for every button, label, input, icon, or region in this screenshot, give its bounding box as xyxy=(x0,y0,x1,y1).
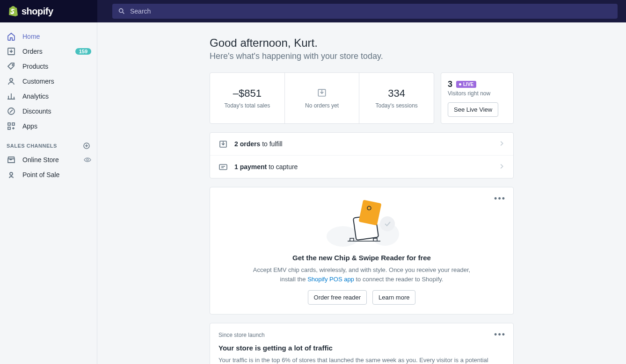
sales-channels-header: SALES CHANNELS xyxy=(0,134,97,152)
orders-badge: 159 xyxy=(75,48,91,55)
orders-icon xyxy=(7,47,16,56)
svg-point-0 xyxy=(119,9,123,13)
apps-icon xyxy=(7,121,16,131)
sidebar-label: Apps xyxy=(22,122,91,130)
live-label: Visitors right now xyxy=(448,90,507,97)
search-area xyxy=(97,0,626,22)
logo-area[interactable]: shopify xyxy=(0,0,97,22)
promo-title: Get the new Chip & Swipe Reader for free xyxy=(219,254,504,262)
task-text: 2 orders to fulfill xyxy=(234,140,492,148)
sidebar-item-analytics[interactable]: Analytics xyxy=(0,89,97,104)
sidebar-label: Analytics xyxy=(22,93,91,100)
svg-rect-14 xyxy=(219,164,227,170)
promo-illustration xyxy=(219,197,504,248)
stats-card: –$851 Today's total sales No orders yet … xyxy=(210,72,434,124)
sidebar-item-products[interactable]: Products xyxy=(0,59,97,74)
brand-text: shopify xyxy=(22,6,53,17)
payment-icon xyxy=(218,162,228,171)
stat-label: Today's total sales xyxy=(224,102,270,109)
more-menu-icon[interactable]: ••• xyxy=(494,330,506,340)
task-card: 2 orders to fulfill 1 payment to capture xyxy=(210,132,514,178)
stat-sales[interactable]: –$851 Today's total sales xyxy=(210,73,285,123)
pos-icon xyxy=(7,170,16,179)
sidebar-label: Customers xyxy=(22,78,91,85)
sidebar-item-customers[interactable]: Customers xyxy=(0,74,97,89)
shopify-logo-icon xyxy=(7,6,18,17)
topbar: shopify xyxy=(0,0,626,22)
traffic-desc: Your traffic is in the top 6% of stores … xyxy=(218,356,505,364)
stat-orders[interactable]: No orders yet xyxy=(285,73,360,123)
promo-card: ••• Get the new Chip & Swipe Reader for … xyxy=(210,187,514,314)
sidebar-item-online-store[interactable]: Online Store xyxy=(0,152,97,167)
stat-value: –$851 xyxy=(233,87,262,100)
analytics-icon xyxy=(7,92,16,101)
sidebar-item-home[interactable]: Home xyxy=(0,29,97,44)
sidebar-label: Point of Sale xyxy=(22,171,91,178)
greeting: Good afternoon, Kurt. xyxy=(210,36,514,50)
inbox-icon xyxy=(317,87,327,100)
see-live-view-button[interactable]: See Live View xyxy=(448,102,498,117)
section-title: SALES CHANNELS xyxy=(7,143,57,149)
customers-icon xyxy=(7,77,16,86)
sidebar-item-pos[interactable]: Point of Sale xyxy=(0,167,97,182)
order-reader-button[interactable]: Order free reader xyxy=(308,290,367,305)
promo-desc: Accept EMV chip cards, wirelessly, and w… xyxy=(245,265,479,284)
chevron-right-icon xyxy=(498,140,505,148)
more-menu-icon[interactable]: ••• xyxy=(494,194,506,204)
learn-more-button[interactable]: Learn more xyxy=(372,290,415,305)
eye-icon[interactable] xyxy=(84,156,91,164)
sidebar-label: Products xyxy=(22,63,91,70)
svg-line-1 xyxy=(123,12,124,14)
home-icon xyxy=(7,32,16,41)
svg-point-11 xyxy=(10,172,13,175)
sidebar-label: Discounts xyxy=(22,107,91,115)
sidebar-label: Orders xyxy=(22,48,69,55)
subgreeting: Here's what's happening with your store … xyxy=(210,51,514,61)
live-dot-icon xyxy=(459,83,461,86)
live-count: 3 xyxy=(448,79,452,89)
sidebar-item-apps[interactable]: Apps xyxy=(0,119,97,134)
traffic-title: Your store is getting a lot of traffic xyxy=(218,344,505,352)
main-content: Good afternoon, Kurt. Here's what's happ… xyxy=(97,22,626,364)
discounts-icon xyxy=(7,107,16,116)
sidebar-label: Online Store xyxy=(22,156,77,164)
svg-point-4 xyxy=(10,79,13,81)
task-payment[interactable]: 1 payment to capture xyxy=(210,156,513,178)
svg-rect-19 xyxy=(358,200,381,225)
store-icon xyxy=(7,155,16,164)
sidebar-item-discounts[interactable]: Discounts xyxy=(0,104,97,119)
stats-row: –$851 Today's total sales No orders yet … xyxy=(210,72,514,124)
sidebar: Home Orders 159 Products Customers Analy… xyxy=(0,22,97,364)
task-fulfill[interactable]: 2 orders to fulfill xyxy=(210,133,513,156)
traffic-since: Since store launch xyxy=(218,332,505,338)
promo-link[interactable]: Shopify POS app xyxy=(307,276,354,283)
search-input[interactable] xyxy=(130,7,612,15)
products-icon xyxy=(7,62,16,71)
svg-point-10 xyxy=(87,159,88,161)
live-card: 3 LIVE Visitors right now See Live View xyxy=(441,72,514,124)
live-badge: LIVE xyxy=(456,81,476,88)
chevron-right-icon xyxy=(498,163,505,171)
stat-label: Today's sessions xyxy=(376,102,418,109)
fulfill-icon xyxy=(218,139,228,149)
search-box[interactable] xyxy=(112,4,618,19)
sidebar-label: Home xyxy=(22,33,91,40)
svg-rect-8 xyxy=(8,127,10,129)
search-icon xyxy=(118,7,125,15)
svg-point-17 xyxy=(380,216,395,231)
svg-rect-6 xyxy=(8,123,10,125)
traffic-card: ••• Since store launch Your store is get… xyxy=(210,323,514,364)
stat-value: 334 xyxy=(388,87,405,100)
add-channel-icon[interactable] xyxy=(83,142,90,150)
svg-rect-7 xyxy=(12,123,15,125)
svg-point-3 xyxy=(12,64,13,65)
sidebar-item-orders[interactable]: Orders 159 xyxy=(0,44,97,59)
stat-label: No orders yet xyxy=(305,102,339,109)
stat-sessions[interactable]: 334 Today's sessions xyxy=(359,73,434,123)
task-text: 1 payment to capture xyxy=(234,163,492,171)
